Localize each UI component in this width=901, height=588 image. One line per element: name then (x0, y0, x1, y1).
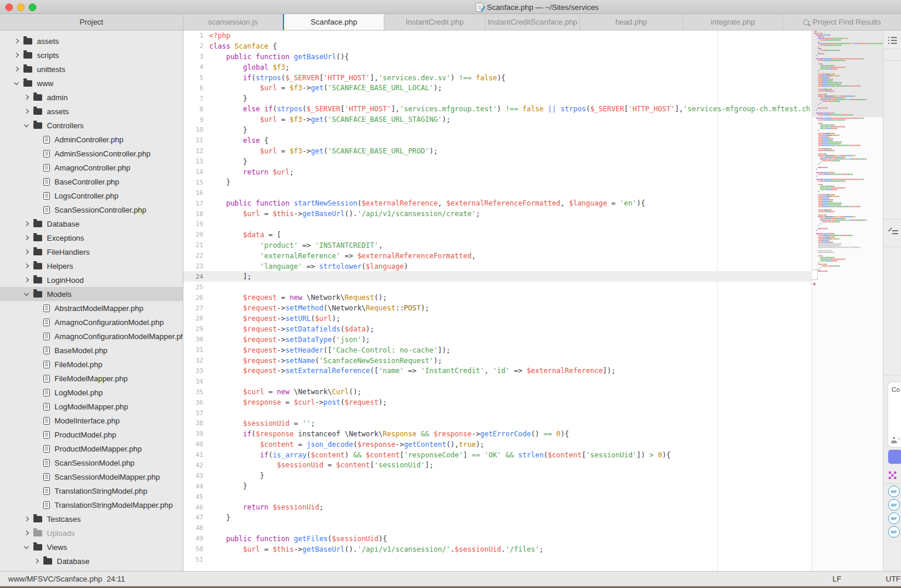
tree-item-amagnoconfigurationmodel-php[interactable]: AmagnoConfigurationModel.php (0, 315, 183, 329)
tree-item-assets[interactable]: assets (0, 104, 183, 118)
tree-item-scansessioncontroller-php[interactable]: ScanSessionController.php (0, 203, 183, 217)
code-line[interactable]: 50 $url = $this->getBaseUrl().'/api/v1/s… (183, 544, 811, 555)
chevron-right-icon[interactable] (14, 67, 19, 71)
code-line[interactable]: 26 $request = new \Network\Request(); (183, 292, 811, 303)
tree-item-productmodel-php[interactable]: ProductModel.php (0, 428, 183, 442)
tab-instantcredit-php[interactable]: InstantCredit.php (384, 14, 486, 30)
document-proxy-icon[interactable] (476, 3, 483, 12)
chevron-down-icon[interactable] (14, 80, 19, 84)
tree-item-views[interactable]: Views (0, 540, 183, 554)
code-line[interactable]: 37 (183, 408, 811, 418)
code-line[interactable]: 31 $request->setHeader(['Cache-Control: … (183, 345, 811, 355)
code-line[interactable]: 6 $url = $f3->get('SCANFACE_BASE_URL_LOC… (183, 83, 811, 93)
code-line[interactable]: 23 'language' => strtolower($language) (183, 261, 811, 272)
minimize-window-button[interactable] (17, 4, 25, 11)
code-line[interactable]: 48 (183, 523, 811, 534)
tree-item-helpers[interactable]: Helpers (0, 259, 183, 273)
tree-item-productmodelmapper-php[interactable]: ProductModelMapper.php (0, 442, 183, 456)
code-line[interactable]: 3 public function getBaseUrl(){ (183, 52, 811, 62)
code-line[interactable]: 17 public function startNewSession($exte… (183, 198, 811, 208)
code-editor[interactable]: 1<?php2class Scanface {3 public function… (183, 30, 811, 571)
tree-item-adminsessioncontroller-php[interactable]: AdminSessionController.php (0, 146, 183, 160)
code-line[interactable]: 36 $response = $curl->post($request); (183, 397, 811, 408)
status-encoding[interactable]: UTF-8 (886, 575, 901, 583)
code-line[interactable]: 11 else { (183, 135, 811, 146)
code-line[interactable]: 35 $curl = new \Network\Curl(); (183, 387, 811, 397)
chevron-right-icon[interactable] (14, 39, 19, 43)
zoom-window-button[interactable] (29, 4, 36, 11)
tab-project-find-results[interactable]: Project Find Results (783, 14, 901, 30)
tree-item-database[interactable]: Database (0, 554, 183, 568)
minimap[interactable] (811, 30, 883, 571)
code-line[interactable]: 47 } (183, 512, 811, 523)
mf-avatar-badge[interactable]: MF (888, 526, 900, 538)
code-line[interactable]: 46 return $sessionUid; (183, 502, 811, 512)
code-line[interactable]: 15 } (183, 177, 811, 187)
code-line[interactable]: 45 (183, 491, 811, 502)
code-line[interactable]: 22 'externalReference' => $externalRefer… (183, 251, 811, 261)
tree-item-translationstringmodel-php[interactable]: TranslationStringModel.php (0, 484, 183, 498)
code-line[interactable]: 33 $request->setExternalReference(['name… (183, 366, 811, 377)
tree-item-controllers[interactable]: Controllers (0, 118, 183, 132)
tree-item-scansessionmodel-php[interactable]: ScanSessionModel.php (0, 456, 183, 470)
tree-item-filemodelmapper-php[interactable]: FileModelMapper.php (0, 371, 183, 385)
code-line[interactable]: 19 (183, 219, 811, 230)
tree-item-filemodel-php[interactable]: FileModel.php (0, 357, 183, 371)
tree-item-logmodelmapper-php[interactable]: LogModelMapper.php (0, 399, 183, 413)
code-line[interactable]: 39 if($response instanceof \Network\Resp… (183, 429, 811, 439)
outline-list-icon[interactable] (888, 37, 897, 46)
tree-item-logmodel-php[interactable]: LogModel.php (0, 385, 183, 399)
code-line[interactable]: 8 else if(strpos($_SERVER['HTTP_HOST'],'… (183, 104, 811, 114)
tree-item-translationstringmodelmapper-php[interactable]: TranslationStringModelMapper.php (0, 498, 183, 512)
avatar-tile[interactable] (888, 450, 901, 464)
chevron-right-icon[interactable] (24, 249, 29, 254)
tree-item-testcases[interactable]: Testcases (0, 512, 183, 526)
code-line[interactable]: 9 $url = $f3->get('SCANFACE_BASE_URL_STA… (183, 114, 811, 125)
code-line[interactable]: 29 $request->setDatafields($data); (183, 324, 811, 334)
chevron-right-icon[interactable] (14, 53, 19, 57)
tree-item-filehandlers[interactable]: FileHandlers (0, 245, 183, 259)
code-line[interactable]: 42 $sessionUid = $content['sessionUid']; (183, 460, 811, 471)
tree-item-exceptions[interactable]: Exceptions (0, 231, 183, 245)
tree-item-admin[interactable]: admin (0, 90, 183, 104)
status-line-ending[interactable]: LF (832, 575, 841, 583)
chevron-right-icon[interactable] (24, 264, 29, 268)
code-line[interactable]: 7 } (183, 93, 811, 104)
mf-avatar-badge[interactable]: MF (888, 512, 900, 524)
code-line[interactable]: 44 } (183, 481, 811, 491)
tab-scansession-js[interactable]: scansession.js (183, 14, 283, 30)
code-line[interactable]: 43 } (183, 470, 811, 481)
tree-item-database[interactable]: Database (0, 217, 183, 231)
code-line[interactable]: 24 ]; (183, 271, 811, 282)
tree-item-uploads[interactable]: Uploads (0, 526, 183, 540)
tree-item-admincontroller-php[interactable]: AdminController.php (0, 132, 183, 146)
tab-instantcreditscanface-php[interactable]: InstantCreditScanface.php (486, 14, 580, 30)
code-line[interactable]: 32 $request->setName('ScanfaceNewSession… (183, 355, 811, 366)
tab-head-php[interactable]: head.php (580, 14, 683, 30)
project-sidebar[interactable]: assetsscriptsunittestswwwadminassetsCont… (0, 30, 183, 571)
tree-item-basecontroller-php[interactable]: BaseController.php (0, 175, 183, 189)
code-line[interactable]: 25 (183, 282, 811, 292)
tree-item-scansessionmodelmapper-php[interactable]: ScanSessionModelMapper.php (0, 470, 183, 484)
tab-scanface-php[interactable]: Scanface.php (283, 14, 384, 30)
code-line[interactable]: 28 $request->setURL($url); (183, 313, 811, 324)
chevron-right-icon[interactable] (24, 517, 29, 521)
chevron-right-icon[interactable] (24, 235, 29, 240)
code-line[interactable]: 1<?php (183, 30, 811, 41)
code-line[interactable]: 13 } (183, 156, 811, 167)
code-line[interactable]: 27 $request->setMethod(\Network\Request:… (183, 303, 811, 313)
tab-integrate-php[interactable]: integrate.php (683, 14, 783, 30)
code-line[interactable]: 18 $url = $this->getBaseUrl().'/api/v1/s… (183, 208, 811, 219)
mf-avatar-badge[interactable]: MF (888, 499, 900, 511)
pixel-avatar-icon[interactable] (889, 471, 897, 480)
tree-item-www[interactable]: www (0, 76, 183, 90)
tree-item-amagnoconfigurationmodelmapper-php[interactable]: AmagnoConfigurationModelMapper.php (0, 329, 183, 343)
code-line[interactable]: 2class Scanface { (183, 41, 811, 52)
code-line[interactable]: 38 $sessionUid = ''; (183, 418, 811, 429)
chevron-right-icon[interactable] (24, 278, 29, 282)
chevron-right-icon[interactable] (24, 221, 29, 226)
comment-card[interactable]: Co (888, 382, 901, 447)
chevron-down-icon[interactable] (24, 543, 29, 548)
code-line[interactable]: 30 $request->setDataType('json'); (183, 334, 811, 345)
mf-avatar-badge[interactable]: MF (888, 486, 900, 497)
